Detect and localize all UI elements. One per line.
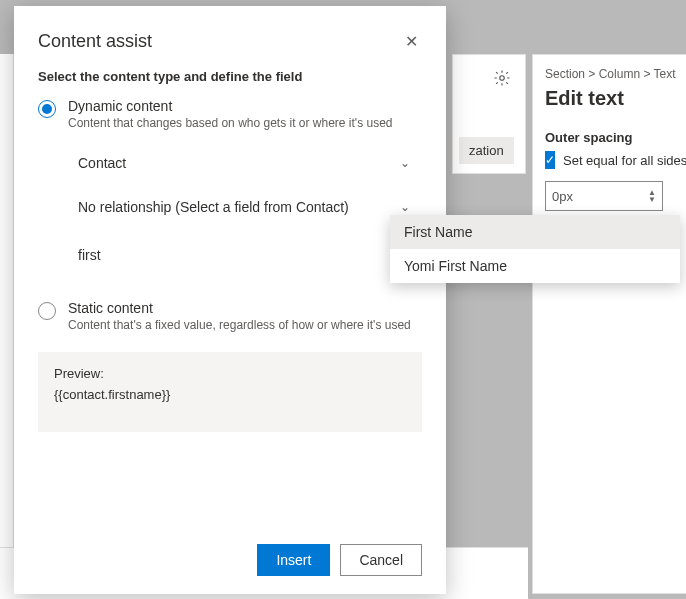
chevron-down-icon: ⌄ (400, 156, 410, 170)
svg-point-0 (500, 76, 505, 81)
entity-select-value: Contact (78, 155, 126, 171)
entity-select[interactable]: Contact ⌄ (78, 148, 422, 178)
radio-static[interactable] (38, 302, 56, 320)
option-static-label: Static content (68, 300, 422, 316)
radio-dynamic[interactable] (38, 100, 56, 118)
option-dynamic-content[interactable]: Dynamic content Content that changes bas… (38, 98, 422, 130)
gear-icon[interactable] (493, 69, 511, 90)
option-dynamic-label: Dynamic content (68, 98, 422, 114)
bg-toolbar-area: zation (452, 54, 526, 174)
bg-tab-personalization[interactable]: zation (459, 137, 514, 164)
option-static-desc: Content that's a fixed value, regardless… (68, 318, 422, 332)
panel-heading: Edit text (545, 87, 674, 110)
dialog-subtitle: Select the content type and define the f… (38, 69, 422, 84)
spacing-spinner-value: 0px (552, 189, 573, 204)
dropdown-item-first-name[interactable]: First Name (390, 215, 680, 249)
option-dynamic-desc: Content that changes based on who gets i… (68, 116, 422, 130)
preview-value: {{contact.firstname}} (54, 387, 406, 402)
field-suggestions-dropdown: First Name Yomi First Name (390, 215, 680, 283)
preview-box: Preview: {{contact.firstname}} (38, 352, 422, 432)
dialog-title: Content assist (38, 31, 152, 52)
bg-left-strip (0, 54, 14, 599)
spinner-buttons[interactable]: ▲▼ (648, 189, 656, 203)
breadcrumb[interactable]: Section > Column > Text (545, 67, 674, 81)
content-assist-dialog: Content assist ✕ Select the content type… (14, 6, 446, 594)
spacing-spinner[interactable]: 0px ▲▼ (545, 181, 663, 211)
relationship-select[interactable]: No relationship (Select a field from Con… (78, 192, 422, 222)
properties-panel: Section > Column > Text Edit text Outer … (532, 54, 686, 594)
outer-spacing-label: Outer spacing (545, 130, 674, 145)
dropdown-item-yomi-first-name[interactable]: Yomi First Name (390, 249, 680, 283)
option-static-content[interactable]: Static content Content that's a fixed va… (38, 300, 422, 332)
insert-button[interactable]: Insert (257, 544, 330, 576)
close-icon[interactable]: ✕ (401, 28, 422, 55)
chevron-down-icon: ⌄ (400, 200, 410, 214)
preview-label: Preview: (54, 366, 406, 381)
checkbox-equal-sides-label: Set equal for all sides (563, 153, 686, 168)
relationship-select-value: No relationship (Select a field from Con… (78, 199, 349, 215)
cancel-button[interactable]: Cancel (340, 544, 422, 576)
checkbox-equal-sides[interactable]: ✓ (545, 151, 555, 169)
field-search-input[interactable] (78, 247, 422, 263)
